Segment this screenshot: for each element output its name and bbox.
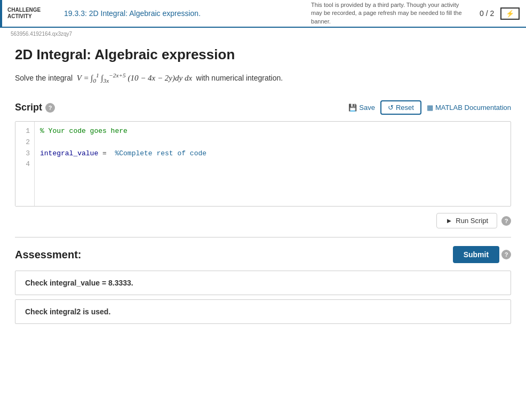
math-expression: V = ∫01 ∫3x−2x+5 (10 − 4x − 2y)dy dx — [75, 74, 196, 82]
section-divider — [15, 237, 511, 237]
score-value: 0 / 2 — [480, 9, 494, 18]
problem-statement: Solve the integral V = ∫01 ∫3x−2x+5 (10 … — [15, 70, 511, 85]
header-notice: This tool is provided by a third party. … — [302, 1, 473, 26]
code-editor[interactable]: 1 2 3 4 % Your code goes here integral_v… — [15, 121, 511, 207]
problem-suffix: with numerical integration. — [196, 74, 283, 82]
check-item-1-text: Check integral_value = 8.3333. — [25, 279, 133, 287]
check-item-2: Check integral2 is used. — [15, 299, 511, 324]
score-badge: ⚡ — [500, 7, 520, 20]
run-help-icon[interactable]: ? — [501, 216, 511, 226]
submit-button[interactable]: Submit — [453, 246, 499, 263]
code-content[interactable]: % Your code goes here integral_value = %… — [35, 122, 511, 206]
run-script-button[interactable]: ► Run Script — [436, 213, 497, 228]
reset-icon: ↺ — [388, 104, 394, 112]
submit-help-icon[interactable]: ? — [501, 250, 511, 259]
page-title: 2D Integral: Algebraic expression — [15, 46, 511, 63]
save-icon: 💾 — [348, 104, 357, 112]
challenge-activity-block: CHALLENGE ACTIVITY — [0, 0, 53, 27]
script-header: Script ? 💾 Save ↺ Reset ▦ MATLAB Documen… — [15, 100, 511, 115]
check-item-2-text: Check integral2 is used. — [25, 307, 110, 316]
matlab-doc-button[interactable]: ▦ MATLAB Documentation — [427, 104, 511, 112]
line-numbers: 1 2 3 4 — [15, 122, 35, 206]
code-line-2: % Your code goes here — [40, 127, 127, 135]
challenge-label-line2: ACTIVITY — [7, 13, 48, 20]
main-content: 2D Integral: Algebraic expression Solve … — [0, 38, 526, 339]
score-display: 0 / 2 ⚡ — [473, 7, 526, 20]
code-line-4: integral_value = %Complete rest of code — [40, 149, 206, 157]
run-icon: ► — [445, 217, 452, 225]
challenge-label-line1: CHALLENGE — [7, 7, 48, 13]
save-button[interactable]: 💾 Save — [348, 104, 375, 112]
check-item-1: Check integral_value = 8.3333. — [15, 271, 511, 295]
top-bar: CHALLENGE ACTIVITY 19.3.3: 2D Integral: … — [0, 0, 526, 28]
matlab-icon: ▦ — [427, 104, 433, 112]
session-id: 563956.4192164.qx3zqy7 — [0, 28, 526, 38]
script-actions: 💾 Save ↺ Reset ▦ MATLAB Documentation — [348, 100, 511, 115]
problem-prefix: Solve the integral — [15, 74, 73, 82]
assessment-header: Assessment: Submit ? — [15, 246, 511, 263]
header-title: 19.3.3: 2D Integral: Algebraic expressio… — [53, 9, 302, 18]
run-row: ► Run Script ? — [15, 213, 511, 228]
script-label: Script — [15, 102, 42, 113]
reset-button[interactable]: ↺ Reset — [380, 100, 421, 115]
assessment-label: Assessment: — [15, 249, 453, 261]
script-help-icon[interactable]: ? — [45, 103, 55, 113]
